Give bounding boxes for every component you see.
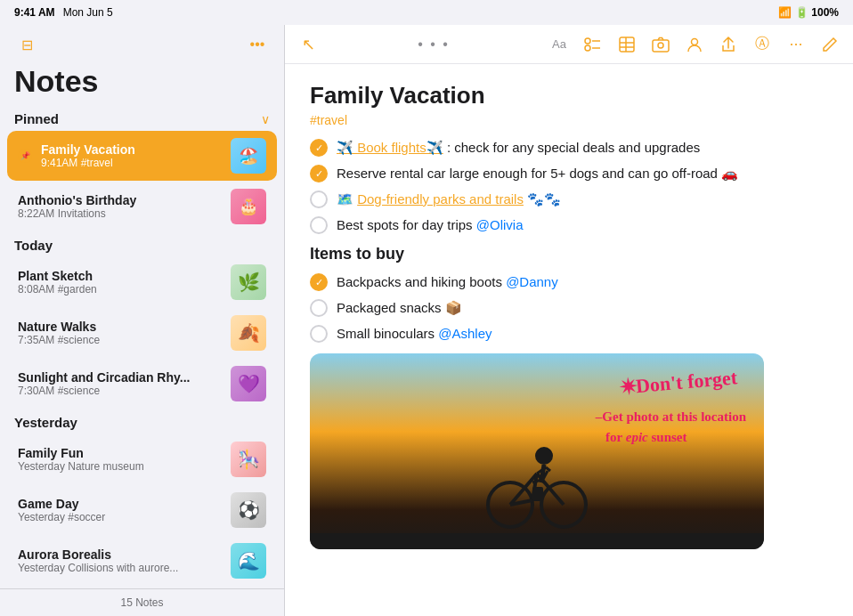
buy-item-2: Packaged snacks 📦 bbox=[310, 298, 828, 317]
pin-icon: 📌 bbox=[18, 149, 32, 163]
note-meta-aurora: Yesterday Collisions with aurore... bbox=[18, 562, 222, 574]
note-text-aurora: Aurora Borealis Yesterday Collisions wit… bbox=[18, 547, 222, 574]
note-item-aurora[interactable]: Aurora Borealis Yesterday Collisions wit… bbox=[7, 536, 277, 586]
today-section-header: Today bbox=[0, 232, 284, 256]
buy-checkbox-1[interactable]: ✓ bbox=[310, 273, 328, 291]
check-text-3: 🗺️ Dog-friendly parks and trails 🐾🐾 bbox=[337, 190, 561, 208]
pinned-section-label: Pinned bbox=[14, 111, 59, 126]
note-text-family-fun: Family Fun Yesterday Nature museum bbox=[18, 446, 222, 473]
note-item-game-day[interactable]: Game Day Yesterday #soccer ⚽ bbox=[7, 485, 277, 535]
buy-checkbox-2[interactable] bbox=[310, 299, 328, 317]
note-title-family-fun: Family Fun bbox=[18, 446, 222, 460]
mention-olivia: @Olivia bbox=[476, 217, 524, 232]
note-thumb-game-day: ⚽ bbox=[231, 492, 266, 528]
checkbox-2[interactable]: ✓ bbox=[310, 165, 328, 182]
note-title-nature-walks: Nature Walks bbox=[18, 320, 222, 334]
yesterday-section-header: Yesterday bbox=[0, 409, 284, 434]
check-text-4: Best spots for day trips @Olivia bbox=[337, 215, 523, 234]
note-meta-plant-sketch: 8:08AM #garden bbox=[18, 283, 222, 296]
note-meta-game-day: Yesterday #soccer bbox=[18, 511, 222, 523]
today-section-label: Today bbox=[14, 238, 53, 253]
toolbar-left: ↖ bbox=[296, 32, 321, 57]
more-icon[interactable]: ··· bbox=[784, 32, 808, 57]
buy-checkbox-3[interactable] bbox=[310, 325, 328, 343]
note-title-sunlight: Sunlight and Circadian Rhy... bbox=[18, 370, 222, 385]
sidebar-footer: 15 Notes bbox=[0, 588, 284, 616]
status-time-date: 9:41 AM Mon Jun 5 bbox=[14, 6, 113, 19]
note-text-family-vacation: Family Vacation 9:41AM #travel bbox=[41, 142, 222, 169]
yesterday-section-label: Yesterday bbox=[14, 415, 77, 430]
svg-point-10 bbox=[692, 38, 698, 45]
flight-link[interactable]: ✈️ Book flights✈️ bbox=[337, 140, 443, 155]
ground-silhouette bbox=[310, 533, 764, 549]
note-meta-birthday: 8:22AM Invitations bbox=[18, 207, 222, 220]
note-text-plant-sketch: Plant Sketch 8:08AM #garden bbox=[18, 269, 222, 296]
mention-danny: @Danny bbox=[506, 274, 558, 289]
note-item-family-fun[interactable]: Family Fun Yesterday Nature museum 🎠 bbox=[7, 434, 277, 484]
buy-text-2: Packaged snacks 📦 bbox=[337, 298, 462, 317]
sidebar-content: Pinned ∨ 📌 Family Vacation 9:41AM #trave… bbox=[0, 106, 284, 588]
note-meta-family-vacation: 9:41AM #travel bbox=[41, 157, 222, 169]
svg-point-20 bbox=[535, 447, 553, 465]
status-date: Mon Jun 5 bbox=[63, 6, 113, 19]
checkbox-4[interactable] bbox=[310, 216, 328, 234]
status-indicators: 📶 🔋 100% bbox=[778, 6, 839, 19]
note-meta-sunlight: 7:30AM #science bbox=[18, 385, 222, 397]
more-options-icon[interactable]: ••• bbox=[245, 32, 270, 57]
note-image: ✷Don't forget –Get photo at this locatio… bbox=[310, 353, 764, 549]
svg-rect-23 bbox=[532, 487, 543, 501]
buy-item-3: Small binoculars @Ashley bbox=[310, 324, 828, 343]
svg-point-2 bbox=[585, 45, 590, 51]
checklist-item-1: ✓ ✈️ Book flights✈️ : check for any spec… bbox=[310, 138, 828, 157]
sidebar-header: ⊟ ••• bbox=[0, 25, 284, 61]
checklist-item-3: 🗺️ Dog-friendly parks and trails 🐾🐾 bbox=[310, 190, 828, 208]
note-main-title: Family Vacation bbox=[310, 82, 828, 109]
table-icon[interactable] bbox=[614, 32, 639, 57]
wifi-icon: 📶 bbox=[778, 6, 792, 19]
note-item-plant-sketch[interactable]: Plant Sketch 8:08AM #garden 🌿 bbox=[7, 257, 277, 307]
checklist-icon[interactable] bbox=[581, 32, 605, 57]
checkbox-1[interactable]: ✓ bbox=[310, 139, 328, 157]
note-item-sunlight[interactable]: Sunlight and Circadian Rhy... 7:30AM #sc… bbox=[7, 359, 277, 409]
note-item-nature-walks[interactable]: Nature Walks 7:35AM #science 🍂 bbox=[7, 308, 277, 358]
mention-ashley: @Ashley bbox=[438, 326, 491, 341]
pinned-chevron-icon[interactable]: ∨ bbox=[261, 112, 270, 126]
sidebar-toggle-icon[interactable]: ⊟ bbox=[14, 32, 39, 57]
note-thumb-family-fun: 🎠 bbox=[231, 442, 266, 477]
back-icon[interactable]: ↖ bbox=[296, 32, 321, 57]
svg-point-9 bbox=[658, 43, 663, 48]
check-text-1: ✈️ Book flights✈️ : check for any specia… bbox=[337, 138, 700, 157]
note-thumb-sunlight: 💜 bbox=[231, 366, 266, 401]
toolbar-center: • • • bbox=[328, 36, 540, 53]
compose-icon[interactable] bbox=[817, 32, 842, 57]
checkbox-3[interactable] bbox=[310, 190, 328, 208]
person-icon[interactable] bbox=[682, 32, 707, 57]
image-overlay-subtitle: –Get photo at this location for epic sun… bbox=[596, 407, 746, 447]
notes-count: 15 Notes bbox=[120, 596, 163, 609]
parks-link[interactable]: Dog-friendly parks and trails bbox=[357, 191, 524, 207]
font-size-icon[interactable]: Aa bbox=[547, 32, 572, 57]
markup-icon[interactable]: Ⓐ bbox=[750, 32, 775, 57]
svg-rect-8 bbox=[653, 40, 669, 52]
note-title-family-vacation: Family Vacation bbox=[41, 142, 222, 157]
battery-icon: 🔋 100% bbox=[795, 6, 839, 19]
buy-item-1: ✓ Backpacks and hiking boots @Danny bbox=[310, 272, 828, 291]
note-thumb-nature-walks: 🍂 bbox=[231, 315, 266, 351]
note-thumb-plant-sketch: 🌿 bbox=[231, 264, 266, 300]
svg-point-0 bbox=[585, 38, 590, 44]
note-meta-family-fun: Yesterday Nature museum bbox=[18, 460, 222, 473]
share-icon[interactable] bbox=[716, 32, 741, 57]
note-title-game-day: Game Day bbox=[18, 497, 222, 511]
main-content: ↖ • • • Aa bbox=[285, 25, 853, 616]
status-bar: 9:41 AM Mon Jun 5 📶 🔋 100% bbox=[0, 0, 853, 25]
note-title-aurora: Aurora Borealis bbox=[18, 547, 222, 562]
sidebar: ⊟ ••• Notes Pinned ∨ 📌 Family Vacation 9… bbox=[0, 25, 285, 616]
toolbar-drag-dots: • • • bbox=[418, 36, 450, 53]
note-item-family-vacation[interactable]: 📌 Family Vacation 9:41AM #travel 🏖️ bbox=[7, 131, 277, 181]
camera-icon[interactable] bbox=[648, 32, 673, 57]
buy-text-3: Small binoculars @Ashley bbox=[337, 324, 491, 343]
check-text-2: Reserve rental car large enough for 5+ d… bbox=[337, 164, 738, 182]
pinned-section-header: Pinned ∨ bbox=[0, 106, 284, 130]
checklist-item-4: Best spots for day trips @Olivia bbox=[310, 215, 828, 234]
note-item-birthday[interactable]: Anthonio's Birthday 8:22AM Invitations 🎂 bbox=[7, 182, 277, 231]
